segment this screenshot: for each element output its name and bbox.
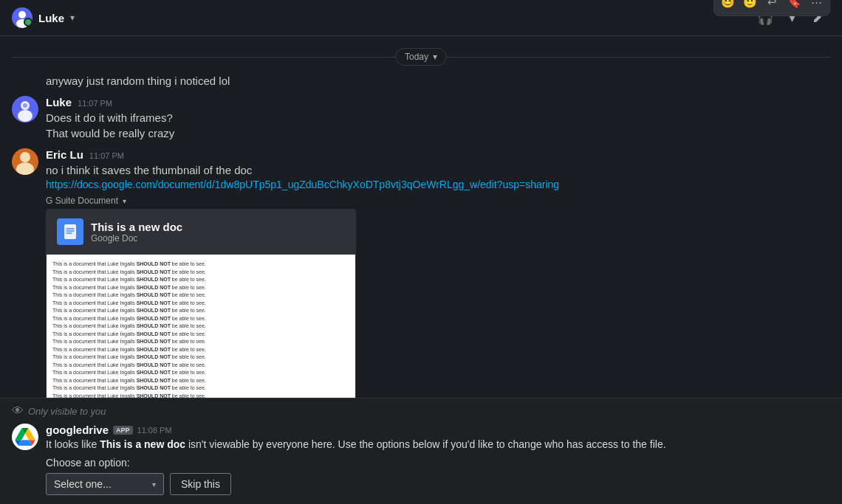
header-actions: 😊 🙂 ↩ 🔖 ⋯ 🎧 ▾ xyxy=(753,6,830,30)
avatar xyxy=(12,148,38,175)
svg-point-1 xyxy=(18,11,26,18)
doc-title: This is a new doc xyxy=(91,221,182,233)
doc-preview-line: This is a document that Luke Ingalls SHO… xyxy=(52,276,349,284)
message-text-2: That would be really crazy xyxy=(46,125,830,141)
select-chevron-icon: ▾ xyxy=(152,480,156,489)
doc-preview-line: This is a document that Luke Ingalls SHO… xyxy=(52,362,349,370)
today-divider: Today ▾ xyxy=(0,42,842,72)
svg-point-3 xyxy=(24,18,32,26)
notification-area: 👁 Only visible to you googledrive APP 11… xyxy=(0,398,842,504)
choose-option-label: Choose an option: xyxy=(46,457,830,469)
doc-preview-line: This is a document that Luke Ingalls SHO… xyxy=(52,307,349,315)
doc-preview-line: This is a document that Luke Ingalls SHO… xyxy=(52,346,349,354)
gdrive-bold-text: This is a new doc xyxy=(100,438,185,450)
doc-preview-line: This is a document that Luke Ingalls SHO… xyxy=(52,260,349,269)
gdrive-message-text: It looks like This is a new doc isn't vi… xyxy=(46,438,830,452)
message-content: anyway just random thing i noticed lol xyxy=(46,73,830,89)
gdrive-text-before: It looks like xyxy=(46,438,100,450)
message-text: Does it do it with iframes? xyxy=(46,110,830,125)
gdrive-app-name: googledrive xyxy=(46,424,109,436)
message-row: Eric Lu 11:07 PM no i think it saves the… xyxy=(0,142,842,398)
message-reaction-toolbar: 😊 🙂 ↩ 🔖 ⋯ xyxy=(713,0,830,16)
gsuite-label-text: G Suite Document xyxy=(46,196,118,206)
doc-embed: This is a new doc Google Doc This is a d… xyxy=(46,209,356,398)
doc-preview-line: This is a document that Luke Ingalls SHO… xyxy=(52,393,349,398)
gdrive-timestamp: 11:08 PM xyxy=(137,426,172,435)
message-content: Luke 11:07 PM Does it do it with iframes… xyxy=(46,96,830,141)
message-row: Luke 11:07 PM Does it do it with iframes… xyxy=(0,90,842,142)
eye-icon: 👁 xyxy=(12,404,24,418)
header-chevron-icon[interactable]: ▾ xyxy=(70,13,75,23)
doc-preview-line: This is a document that Luke Ingalls SHO… xyxy=(52,353,349,362)
doc-icon xyxy=(57,218,83,245)
gdrive-content: googledrive APP 11:08 PM It looks like T… xyxy=(46,424,830,504)
gsuite-label[interactable]: G Suite Document ▾ xyxy=(46,196,830,206)
doc-preview-line: This is a document that Luke Ingalls SHO… xyxy=(52,269,349,277)
message-header: Luke 11:07 PM xyxy=(46,96,830,108)
header: Luke ▾ 😊 🙂 ↩ 🔖 ⋯ 🎧 ▾ xyxy=(0,0,842,36)
doc-type: Google Doc xyxy=(91,233,182,244)
today-badge[interactable]: Today ▾ xyxy=(395,48,447,66)
messages-area: Today ▾ anyway just random thing i notic… xyxy=(0,36,842,398)
doc-preview-line: This is a document that Luke Ingalls SHO… xyxy=(52,284,349,292)
doc-preview-line: This is a document that Luke Ingalls SHO… xyxy=(52,322,349,331)
gdrive-actions: Select one... ▾ Skip this xyxy=(46,473,830,504)
avatar-placeholder xyxy=(12,96,38,122)
message-content: Eric Lu 11:07 PM no i think it saves the… xyxy=(46,148,830,398)
doc-preview-line: This is a document that Luke Ingalls SHO… xyxy=(52,300,349,308)
add-reaction-button[interactable]: 😊 xyxy=(717,0,738,13)
emoji-button[interactable]: 🙂 xyxy=(739,0,760,13)
message-header: Eric Lu 11:07 PM xyxy=(46,148,830,161)
svg-point-7 xyxy=(23,103,27,108)
doc-preview-line: This is a document that Luke Ingalls SHO… xyxy=(52,384,349,393)
today-chevron-icon: ▾ xyxy=(433,52,437,62)
bookmark-button[interactable]: 🔖 xyxy=(784,0,804,13)
header-left: Luke ▾ xyxy=(12,7,75,28)
svg-point-9 xyxy=(20,152,30,162)
doc-preview-line: This is a document that Luke Ingalls SHO… xyxy=(52,377,349,385)
message-timestamp-eric: 11:07 PM xyxy=(89,151,124,160)
more-options-button[interactable]: ⋯ xyxy=(806,0,826,13)
gdrive-app-badge: APP xyxy=(113,426,133,435)
message-username-eric: Eric Lu xyxy=(46,148,83,161)
select-placeholder: Select one... xyxy=(54,478,112,490)
doc-preview-line: This is a document that Luke Ingalls SHO… xyxy=(52,315,349,323)
gdrive-text-after: isn't viewable by everyone here. Use the… xyxy=(185,438,666,450)
access-select-dropdown[interactable]: Select one... ▾ xyxy=(46,473,164,495)
message-row: anyway just random thing i noticed lol xyxy=(0,72,842,90)
header-avatar xyxy=(12,7,32,28)
doc-header: This is a new doc Google Doc xyxy=(47,210,355,255)
doc-preview-line: This is a document that Luke Ingalls SHO… xyxy=(52,369,349,377)
gdrive-header: googledrive APP 11:08 PM xyxy=(46,424,830,436)
message-username: Luke xyxy=(46,96,72,108)
today-label: Today xyxy=(405,52,428,62)
svg-point-6 xyxy=(18,110,32,122)
svg-rect-11 xyxy=(64,224,76,239)
gsuite-chevron-icon: ▾ xyxy=(123,197,126,205)
doc-preview-line: This is a document that Luke Ingalls SHO… xyxy=(52,338,349,346)
only-visible-text: Only visible to you xyxy=(28,406,106,417)
message-text: anyway just random thing i noticed lol xyxy=(46,75,230,87)
gdrive-avatar xyxy=(12,424,38,450)
doc-preview-line: This is a document that Luke Ingalls SHO… xyxy=(52,331,349,339)
reply-button[interactable]: ↩ xyxy=(761,0,782,13)
skip-button[interactable]: Skip this xyxy=(170,473,231,495)
message-timestamp: 11:07 PM xyxy=(78,99,112,108)
googledrive-message: googledrive APP 11:08 PM It looks like T… xyxy=(0,421,842,504)
google-doc-link[interactable]: https://docs.google.com/document/d/1dw8p… xyxy=(46,179,559,190)
doc-info: This is a new doc Google Doc xyxy=(91,221,182,244)
message-text-eric: no i think it saves the thumbnail of the… xyxy=(46,162,830,178)
header-username: Luke xyxy=(38,12,64,24)
doc-preview-line: This is a document that Luke Ingalls SHO… xyxy=(52,291,349,300)
avatar xyxy=(12,96,38,122)
doc-preview: This is a document that Luke Ingalls SHO… xyxy=(47,255,355,398)
notification-header: 👁 Only visible to you xyxy=(0,398,842,421)
